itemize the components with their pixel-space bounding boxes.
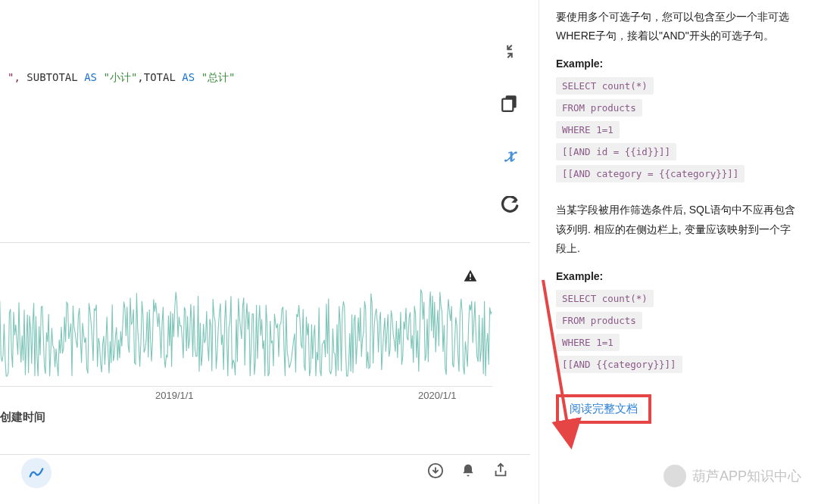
- code-line: FROM products: [556, 312, 642, 329]
- help-paragraph: 要使用多个可选子句，您可以包含至少一个非可选WHERE子句，接着以"AND"开头…: [556, 8, 797, 45]
- code-line: WHERE 1=1: [556, 121, 620, 138]
- watermark-logo-icon: [663, 465, 686, 487]
- editor-toolbar: 𝑥: [495, 36, 525, 221]
- x-axis-title: 创建时间: [0, 410, 45, 425]
- code-line: [[AND category = {{category}}]]: [556, 165, 745, 182]
- sql-editor-line[interactable]: ", SUBTOTAL AS "小计",TOTAL AS "总计": [0, 68, 485, 88]
- x-axis: 2019/1/1 2020/1/1: [0, 386, 492, 405]
- example-label: Example:: [556, 270, 797, 282]
- variable-icon[interactable]: 𝑥: [495, 139, 525, 170]
- line-chart-icon[interactable]: [21, 458, 52, 488]
- watermark: 葫芦APP知识中心: [663, 465, 801, 487]
- code-example-1: SELECT count(*) FROM products WHERE 1=1 …: [556, 77, 797, 187]
- code-line: SELECT count(*): [556, 77, 654, 95]
- read-more-highlight: 阅读完整文档: [556, 394, 651, 424]
- read-full-docs-link[interactable]: 阅读完整文档: [570, 402, 638, 415]
- x-tick: 2019/1/1: [155, 390, 194, 401]
- chart-footer: [0, 454, 530, 490]
- copy-icon[interactable]: [495, 88, 525, 118]
- refresh-icon[interactable]: [495, 191, 525, 221]
- timeseries-chart[interactable]: [0, 269, 492, 378]
- editor-chart-panel: ", SUBTOTAL AS "小计",TOTAL AS "总计" 𝑥: [0, 0, 539, 504]
- share-icon[interactable]: [492, 462, 509, 484]
- bell-icon[interactable]: [461, 462, 476, 484]
- svg-rect-1: [502, 99, 513, 111]
- sql-text: ", SUBTOTAL AS "小计",TOTAL AS "总计": [8, 71, 236, 83]
- example-label: Example:: [556, 58, 797, 70]
- code-line: [[AND {{category}}]]: [556, 356, 682, 373]
- download-icon[interactable]: [427, 462, 444, 484]
- x-tick: 2020/1/1: [418, 390, 457, 401]
- collapse-icon[interactable]: [495, 36, 525, 67]
- code-example-2: SELECT count(*) FROM products WHERE 1=1 …: [556, 290, 797, 378]
- code-line: SELECT count(*): [556, 290, 654, 307]
- watermark-text: 葫芦APP知识中心: [692, 467, 801, 485]
- code-line: [[AND id = {{id}}]]: [556, 143, 676, 160]
- help-paragraph: 当某字段被用作筛选条件后, SQL语句中不应再包含该列明. 相应的在侧边栏上, …: [556, 201, 797, 258]
- help-sidebar: 要使用多个可选子句，您可以包含至少一个非可选WHERE子句，接着以"AND"开头…: [539, 0, 818, 504]
- code-line: WHERE 1=1: [556, 334, 620, 351]
- code-line: FROM products: [556, 99, 642, 117]
